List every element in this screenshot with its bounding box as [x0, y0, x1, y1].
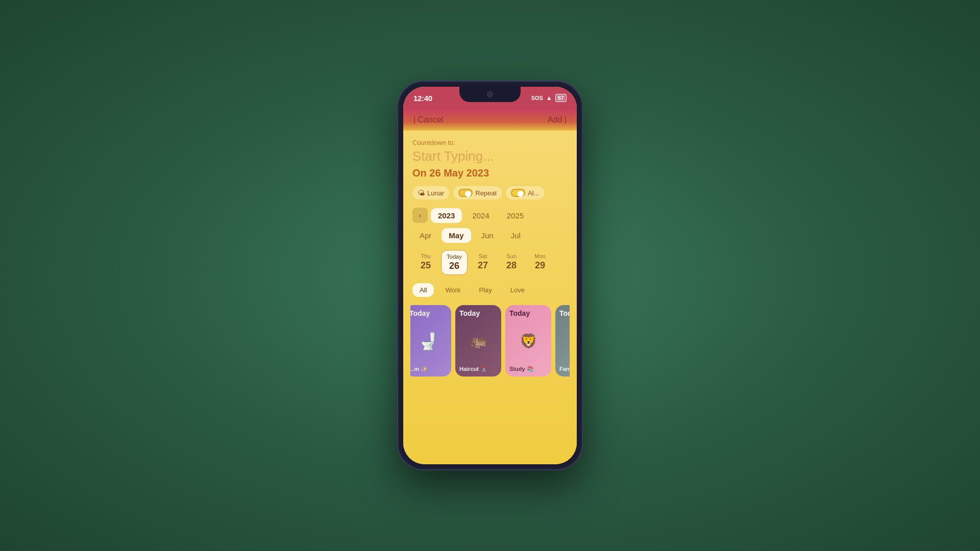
card-family-label: Today — [555, 305, 570, 318]
wifi-icon: ▲ — [546, 94, 552, 102]
card-bathroom-label: Today — [410, 305, 451, 318]
year-picker: ‹ 2023 2024 2025 — [412, 208, 568, 223]
widget-cards: Today 🚽 ...m ✨ Today 🦛 Haircut ✂️ Today … — [410, 305, 570, 377]
day-mon-number: 29 — [535, 260, 545, 271]
alarm-knob — [518, 191, 524, 197]
day-mon-29[interactable]: Mon 29 — [527, 250, 553, 275]
day-sat-27[interactable]: Sat 27 — [470, 250, 496, 275]
day-thu-number: 25 — [421, 260, 431, 271]
countdown-date: On 26 May 2023 — [412, 167, 568, 179]
repeat-label: Repeat — [475, 189, 497, 197]
day-today-name: Today — [447, 254, 461, 260]
card-family-footer: Family 🌿 — [555, 364, 570, 377]
camera-icon — [487, 91, 493, 97]
category-play[interactable]: Play — [472, 283, 499, 297]
sos-indicator: SOS — [531, 95, 543, 101]
day-sat-number: 27 — [478, 260, 488, 271]
app-body: | Cancel Add | Countdown to: Start Typin… — [403, 109, 577, 464]
card-haircut-emoji: 🦛 — [455, 318, 501, 364]
card-study-emoji: 🦁 — [505, 318, 551, 364]
month-apr[interactable]: Apr — [412, 228, 438, 243]
month-jun[interactable]: Jun — [474, 228, 501, 243]
main-content: Countdown to: Start Typing... On 26 May … — [403, 131, 577, 464]
card-study-label: Today — [505, 305, 551, 318]
day-mon-name: Mon — [534, 253, 545, 259]
repeat-toggle[interactable]: Repeat — [453, 186, 502, 199]
lunar-toggle[interactable]: 🌤 Lunar — [412, 186, 449, 199]
month-may[interactable]: May — [442, 228, 471, 243]
battery-indicator: 87 — [555, 94, 567, 102]
card-haircut-footer: Haircut ✂️ — [455, 364, 501, 377]
header-bar: | Cancel Add | — [403, 109, 577, 131]
lunar-icon: 🌤 — [418, 189, 425, 197]
category-work[interactable]: Work — [438, 283, 468, 297]
lunar-label: Lunar — [427, 189, 444, 197]
day-today-26[interactable]: Today 26 — [441, 250, 468, 275]
prev-year-button[interactable]: ‹ — [412, 208, 428, 223]
phone-screen: 12:40 SOS ▲ 87 | Cancel Add | Countdown … — [403, 87, 577, 464]
card-haircut-label: Today — [455, 305, 501, 318]
repeat-switch[interactable] — [458, 189, 473, 197]
card-haircut[interactable]: Today 🦛 Haircut ✂️ — [455, 305, 501, 377]
notch — [459, 87, 521, 102]
status-time: 12:40 — [413, 94, 432, 103]
category-love[interactable]: Love — [503, 283, 532, 297]
cancel-button[interactable]: | Cancel — [413, 115, 443, 124]
year-2025[interactable]: 2025 — [500, 208, 531, 223]
category-filter: All Work Play Love — [412, 283, 568, 297]
status-indicators: SOS ▲ 87 — [531, 94, 567, 102]
day-thu-25[interactable]: Thu 25 — [412, 250, 439, 275]
card-bathroom-footer: ...m ✨ — [410, 364, 451, 377]
card-bathroom[interactable]: Today 🚽 ...m ✨ — [410, 305, 451, 377]
alarm-label: Al... — [528, 189, 539, 197]
day-sun-28[interactable]: Sun 28 — [498, 250, 525, 275]
day-thu-name: Thu — [421, 253, 431, 259]
toggle-row: 🌤 Lunar Repeat Al... — [412, 186, 568, 199]
card-family[interactable]: Today 🐱 Family 🌿 — [555, 305, 570, 377]
alarm-switch[interactable] — [511, 189, 525, 197]
category-all[interactable]: All — [412, 283, 434, 297]
alarm-toggle[interactable]: Al... — [506, 186, 544, 199]
year-2023[interactable]: 2023 — [431, 208, 462, 223]
month-picker: Apr May Jun Jul — [412, 228, 568, 243]
countdown-input[interactable]: Start Typing... — [412, 148, 568, 164]
month-jul[interactable]: Jul — [504, 228, 528, 243]
day-sun-number: 28 — [506, 260, 517, 271]
day-sat-name: Sat — [479, 253, 487, 259]
phone-frame: 12:40 SOS ▲ 87 | Cancel Add | Countdown … — [398, 82, 582, 469]
day-today-number: 26 — [449, 261, 459, 271]
card-study-footer: Study 📚 — [505, 364, 551, 377]
repeat-knob — [465, 191, 471, 197]
add-button[interactable]: Add | — [548, 115, 567, 124]
day-sun-name: Sun — [506, 253, 517, 259]
card-family-emoji: 🐱 — [555, 318, 570, 364]
year-2024[interactable]: 2024 — [465, 208, 496, 223]
status-bar: 12:40 SOS ▲ 87 — [403, 87, 577, 109]
card-study[interactable]: Today 🦁 Study 📚 — [505, 305, 551, 377]
countdown-label: Countdown to: — [412, 139, 568, 146]
card-bathroom-emoji: 🚽 — [410, 318, 451, 364]
day-picker: Thu 25 Today 26 Sat 27 Sun 28 — [412, 250, 568, 275]
